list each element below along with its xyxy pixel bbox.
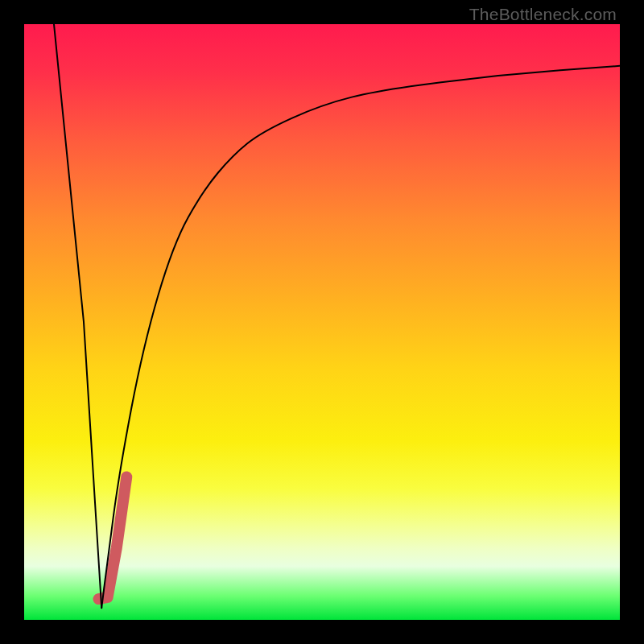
plot-area <box>24 24 620 620</box>
left-branch-line <box>54 24 101 608</box>
chart-frame: TheBottleneck.com <box>0 0 644 644</box>
watermark-text: TheBottleneck.com <box>469 5 617 24</box>
highlight-segment <box>99 477 127 599</box>
curve-layer <box>24 24 620 620</box>
right-branch-line <box>101 66 620 608</box>
